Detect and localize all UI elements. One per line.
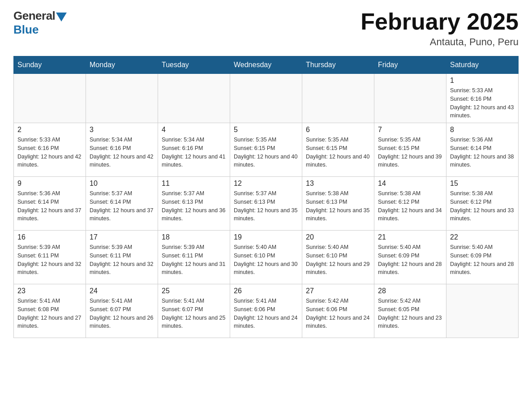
title-section: February 2025 Antauta, Puno, Peru — [360, 9, 519, 48]
days-header-row: SundayMondayTuesdayWednesdayThursdayFrid… — [14, 56, 519, 74]
day-number: 20 — [306, 233, 370, 241]
day-info: Sunrise: 5:40 AM Sunset: 6:10 PM Dayligh… — [234, 243, 298, 277]
logo-arrow-icon — [56, 13, 67, 21]
calendar-cell — [14, 74, 86, 123]
calendar-cell: 10Sunrise: 5:37 AM Sunset: 6:14 PM Dayli… — [86, 177, 158, 231]
day-info: Sunrise: 5:38 AM Sunset: 6:12 PM Dayligh… — [378, 189, 442, 223]
day-info: Sunrise: 5:39 AM Sunset: 6:11 PM Dayligh… — [17, 243, 82, 277]
calendar-cell: 13Sunrise: 5:38 AM Sunset: 6:13 PM Dayli… — [302, 177, 374, 231]
location-subtitle: Antauta, Puno, Peru — [360, 36, 519, 48]
day-info: Sunrise: 5:34 AM Sunset: 6:16 PM Dayligh… — [90, 136, 154, 169]
logo: General Blue — [13, 9, 67, 37]
day-info: Sunrise: 5:34 AM Sunset: 6:16 PM Dayligh… — [162, 136, 226, 169]
day-info: Sunrise: 5:41 AM Sunset: 6:07 PM Dayligh… — [162, 297, 226, 330]
day-number: 22 — [450, 233, 515, 241]
day-number: 15 — [450, 180, 515, 188]
day-number: 8 — [450, 126, 515, 134]
day-number: 4 — [162, 126, 226, 134]
logo-general-text: General — [13, 9, 55, 23]
calendar-cell — [374, 74, 446, 123]
day-number: 23 — [17, 287, 82, 295]
day-number: 10 — [90, 180, 154, 188]
day-number: 6 — [306, 126, 370, 134]
calendar-cell: 24Sunrise: 5:41 AM Sunset: 6:07 PM Dayli… — [86, 284, 158, 338]
calendar-cell: 11Sunrise: 5:37 AM Sunset: 6:13 PM Dayli… — [158, 177, 230, 231]
day-info: Sunrise: 5:37 AM Sunset: 6:13 PM Dayligh… — [234, 189, 298, 223]
day-number: 21 — [378, 233, 442, 241]
day-of-week-header: Friday — [374, 56, 446, 74]
day-number: 17 — [90, 233, 154, 241]
calendar-cell: 14Sunrise: 5:38 AM Sunset: 6:12 PM Dayli… — [374, 177, 446, 231]
calendar-cell — [446, 284, 519, 338]
calendar-cell — [230, 74, 302, 123]
day-number: 1 — [450, 77, 515, 85]
calendar-cell: 23Sunrise: 5:41 AM Sunset: 6:08 PM Dayli… — [14, 284, 86, 338]
day-info: Sunrise: 5:41 AM Sunset: 6:07 PM Dayligh… — [90, 297, 154, 330]
day-number: 27 — [306, 287, 370, 295]
calendar-cell: 5Sunrise: 5:35 AM Sunset: 6:15 PM Daylig… — [230, 123, 302, 177]
day-number: 19 — [234, 233, 298, 241]
month-title: February 2025 — [360, 9, 519, 34]
calendar-cell: 2Sunrise: 5:33 AM Sunset: 6:16 PM Daylig… — [14, 123, 86, 177]
day-info: Sunrise: 5:35 AM Sunset: 6:15 PM Dayligh… — [234, 136, 298, 169]
day-info: Sunrise: 5:38 AM Sunset: 6:13 PM Dayligh… — [306, 189, 370, 223]
calendar-week-row: 23Sunrise: 5:41 AM Sunset: 6:08 PM Dayli… — [14, 284, 519, 338]
day-number: 12 — [234, 180, 298, 188]
calendar-cell: 19Sunrise: 5:40 AM Sunset: 6:10 PM Dayli… — [230, 231, 302, 284]
calendar-cell — [158, 74, 230, 123]
calendar-cell: 7Sunrise: 5:35 AM Sunset: 6:15 PM Daylig… — [374, 123, 446, 177]
day-info: Sunrise: 5:42 AM Sunset: 6:06 PM Dayligh… — [306, 297, 370, 330]
calendar-cell: 1Sunrise: 5:33 AM Sunset: 6:16 PM Daylig… — [446, 74, 519, 123]
calendar-cell: 28Sunrise: 5:42 AM Sunset: 6:05 PM Dayli… — [374, 284, 446, 338]
day-number: 3 — [90, 126, 154, 134]
logo-blue-text: Blue — [13, 23, 39, 37]
day-of-week-header: Wednesday — [230, 56, 302, 74]
day-number: 9 — [17, 180, 82, 188]
calendar-cell: 4Sunrise: 5:34 AM Sunset: 6:16 PM Daylig… — [158, 123, 230, 177]
day-of-week-header: Sunday — [14, 56, 86, 74]
day-number: 25 — [162, 287, 226, 295]
calendar-cell: 3Sunrise: 5:34 AM Sunset: 6:16 PM Daylig… — [86, 123, 158, 177]
calendar-cell: 17Sunrise: 5:39 AM Sunset: 6:11 PM Dayli… — [86, 231, 158, 284]
calendar-week-row: 16Sunrise: 5:39 AM Sunset: 6:11 PM Dayli… — [14, 231, 519, 284]
day-info: Sunrise: 5:40 AM Sunset: 6:10 PM Dayligh… — [306, 243, 370, 277]
day-of-week-header: Saturday — [446, 56, 519, 74]
day-number: 5 — [234, 126, 298, 134]
day-info: Sunrise: 5:37 AM Sunset: 6:13 PM Dayligh… — [162, 189, 226, 223]
calendar-cell: 9Sunrise: 5:36 AM Sunset: 6:14 PM Daylig… — [14, 177, 86, 231]
calendar-week-row: 9Sunrise: 5:36 AM Sunset: 6:14 PM Daylig… — [14, 177, 519, 231]
day-info: Sunrise: 5:41 AM Sunset: 6:08 PM Dayligh… — [17, 297, 82, 330]
day-number: 18 — [162, 233, 226, 241]
day-number: 26 — [234, 287, 298, 295]
calendar-cell: 26Sunrise: 5:41 AM Sunset: 6:06 PM Dayli… — [230, 284, 302, 338]
day-number: 13 — [306, 180, 370, 188]
calendar-cell: 18Sunrise: 5:39 AM Sunset: 6:11 PM Dayli… — [158, 231, 230, 284]
day-info: Sunrise: 5:39 AM Sunset: 6:11 PM Dayligh… — [162, 243, 226, 277]
day-number: 28 — [378, 287, 442, 295]
calendar-cell: 20Sunrise: 5:40 AM Sunset: 6:10 PM Dayli… — [302, 231, 374, 284]
day-number: 11 — [162, 180, 226, 188]
day-info: Sunrise: 5:38 AM Sunset: 6:12 PM Dayligh… — [450, 189, 515, 223]
calendar-cell: 22Sunrise: 5:40 AM Sunset: 6:09 PM Dayli… — [446, 231, 519, 284]
day-of-week-header: Tuesday — [158, 56, 230, 74]
calendar-cell: 25Sunrise: 5:41 AM Sunset: 6:07 PM Dayli… — [158, 284, 230, 338]
calendar-cell: 15Sunrise: 5:38 AM Sunset: 6:12 PM Dayli… — [446, 177, 519, 231]
calendar-table: SundayMondayTuesdayWednesdayThursdayFrid… — [13, 56, 519, 338]
day-info: Sunrise: 5:35 AM Sunset: 6:15 PM Dayligh… — [378, 136, 442, 169]
day-info: Sunrise: 5:41 AM Sunset: 6:06 PM Dayligh… — [234, 297, 298, 330]
day-info: Sunrise: 5:33 AM Sunset: 6:16 PM Dayligh… — [450, 86, 515, 120]
calendar-week-row: 1Sunrise: 5:33 AM Sunset: 6:16 PM Daylig… — [14, 74, 519, 123]
calendar-cell: 6Sunrise: 5:35 AM Sunset: 6:15 PM Daylig… — [302, 123, 374, 177]
day-info: Sunrise: 5:35 AM Sunset: 6:15 PM Dayligh… — [306, 136, 370, 169]
day-number: 16 — [17, 233, 82, 241]
day-number: 24 — [90, 287, 154, 295]
day-info: Sunrise: 5:37 AM Sunset: 6:14 PM Dayligh… — [90, 189, 154, 223]
day-of-week-header: Monday — [86, 56, 158, 74]
calendar-cell: 21Sunrise: 5:40 AM Sunset: 6:09 PM Dayli… — [374, 231, 446, 284]
day-number: 7 — [378, 126, 442, 134]
calendar-cell — [86, 74, 158, 123]
calendar-week-row: 2Sunrise: 5:33 AM Sunset: 6:16 PM Daylig… — [14, 123, 519, 177]
day-info: Sunrise: 5:39 AM Sunset: 6:11 PM Dayligh… — [90, 243, 154, 277]
day-number: 2 — [17, 126, 82, 134]
day-number: 14 — [378, 180, 442, 188]
